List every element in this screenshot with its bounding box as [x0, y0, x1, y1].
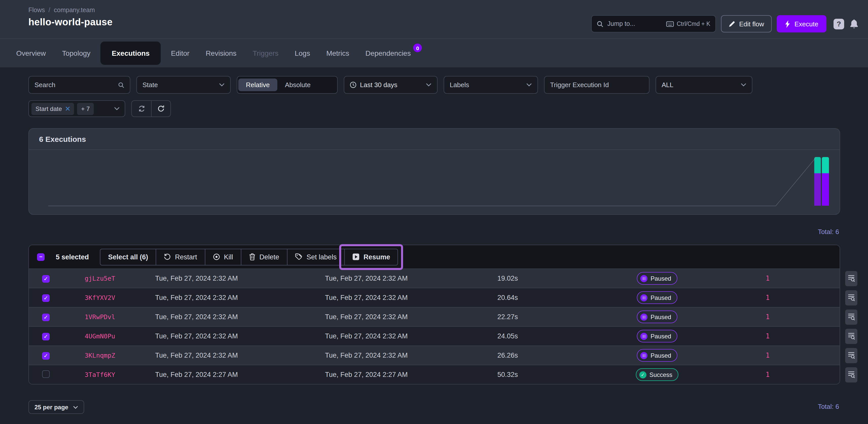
log-search-icon[interactable] — [845, 290, 857, 305]
tab-overview[interactable]: Overview — [10, 44, 52, 62]
end-date-cell: Tue, Feb 27, 2024 2:32 AM — [325, 294, 497, 301]
executions-table: 5 selected Select all (6) Restart Kill D… — [28, 245, 840, 385]
log-search-icon[interactable] — [845, 271, 857, 286]
row-checkbox[interactable] — [42, 294, 50, 302]
page-title: hello-world-pause — [28, 17, 113, 28]
tab-editor[interactable]: Editor — [165, 44, 195, 62]
state-badge: Paused — [637, 349, 677, 362]
tab-topology[interactable]: Topology — [56, 44, 97, 62]
execution-id-link[interactable]: 3KLnqmpZ — [61, 352, 155, 359]
tags-icon — [295, 253, 303, 260]
tab-revisions[interactable]: Revisions — [199, 44, 242, 62]
trigger-execution-id-field[interactable] — [544, 76, 649, 94]
chevron-down-icon — [741, 83, 746, 87]
absolute-toggle-option[interactable]: Absolute — [277, 78, 318, 91]
search-icon — [597, 21, 603, 27]
tab-metrics[interactable]: Metrics — [320, 44, 355, 62]
log-search-icon[interactable] — [845, 367, 857, 382]
tab-executions[interactable]: Executions — [101, 41, 161, 65]
search-input[interactable] — [34, 81, 118, 89]
table-body: gjLzu5eT Tue, Feb 27, 2024 2:32 AM Tue, … — [29, 268, 840, 384]
state-badge: Success — [636, 368, 679, 381]
duration-cell: 50.32s — [497, 371, 624, 379]
time-mode-toggle: Relative Absolute — [237, 76, 338, 94]
execution-id-link[interactable]: 3TaTf6KY — [61, 371, 155, 379]
bulk-buttons-group: Select all (6) Restart Kill Delete Set l… — [100, 249, 398, 265]
table-row: 3TaTf6KY Tue, Feb 27, 2024 2:27 AM Tue, … — [29, 365, 840, 384]
restart-button[interactable]: Restart — [156, 249, 205, 265]
log-search-icon[interactable] — [845, 309, 857, 324]
state-icon — [640, 275, 647, 282]
relative-toggle-option[interactable]: Relative — [238, 78, 277, 91]
chevron-down-icon — [219, 83, 225, 87]
active-filters-bar: Start date + 7 — [28, 100, 171, 117]
state-icon — [640, 313, 647, 320]
set-labels-button[interactable]: Set labels — [287, 249, 344, 265]
chevron-down-icon — [114, 107, 120, 110]
end-date-cell: Tue, Feb 27, 2024 2:27 AM — [325, 371, 497, 379]
chevron-down-icon — [426, 83, 431, 87]
refresh-button[interactable] — [151, 101, 170, 117]
labels-filter-dropdown[interactable]: Labels — [444, 76, 538, 94]
select-all-checkbox[interactable] — [37, 253, 44, 261]
bell-icon[interactable] — [849, 19, 859, 29]
tab-logs[interactable]: Logs — [288, 44, 316, 62]
execution-id-link[interactable]: gjLzu5eT — [61, 274, 155, 282]
execution-id-link[interactable]: 1VRwPDvl — [61, 313, 155, 321]
jump-to-search[interactable]: Jump to... Ctrl/Cmd + K — [591, 15, 716, 32]
start-date-chip[interactable]: Start date — [31, 103, 74, 115]
breadcrumb-flows[interactable]: Flows — [28, 7, 45, 14]
tab-dependencies[interactable]: Dependencies 0 — [359, 44, 417, 62]
row-checkbox[interactable] — [42, 332, 50, 340]
revision-count: 1 — [690, 313, 845, 321]
row-checkbox[interactable] — [42, 313, 50, 321]
resume-button[interactable]: Resume — [344, 249, 398, 265]
log-search-icon[interactable] — [845, 348, 857, 363]
total-count-top: Total: 6 — [818, 228, 839, 235]
row-checkbox[interactable] — [42, 275, 50, 283]
keyboard-icon — [666, 21, 674, 27]
execute-button[interactable]: Execute — [777, 15, 827, 32]
header-left: Flows / company.team hello-world-pause — [28, 5, 113, 38]
start-date-cell: Tue, Feb 27, 2024 2:32 AM — [155, 294, 325, 301]
state-badge: Paused — [637, 311, 677, 323]
start-date-cell: Tue, Feb 27, 2024 2:32 AM — [155, 313, 325, 321]
auto-refresh-button[interactable] — [132, 101, 151, 117]
row-checkbox[interactable] — [42, 370, 50, 378]
execution-id-link[interactable]: 3KfYXV2V — [61, 294, 155, 301]
dependencies-count-badge: 0 — [413, 43, 422, 52]
search-icon — [118, 82, 124, 88]
breadcrumb-namespace[interactable]: company.team — [54, 7, 95, 14]
duration-cell: 22.27s — [497, 313, 624, 321]
delete-button[interactable]: Delete — [241, 249, 287, 265]
column-filter-dropdown[interactable]: Start date + 7 — [28, 100, 125, 117]
select-all-button[interactable]: Select all (6) — [101, 249, 156, 265]
state-icon — [640, 332, 647, 340]
kill-icon — [213, 253, 220, 260]
table-row: 3KfYXV2V Tue, Feb 27, 2024 2:32 AM Tue, … — [29, 288, 840, 307]
edit-flow-button[interactable]: Edit flow — [721, 15, 772, 32]
trigger-execution-id-input[interactable] — [550, 81, 643, 89]
scope-dropdown[interactable]: ALL — [656, 76, 752, 94]
state-filter-dropdown[interactable]: State — [136, 76, 231, 94]
help-icon[interactable]: ? — [834, 19, 844, 29]
refresh-button-group — [131, 100, 171, 117]
close-icon[interactable] — [65, 106, 70, 111]
executions-count-title: 6 Executions — [29, 129, 840, 150]
log-search-icon[interactable] — [845, 328, 857, 344]
per-page-selector[interactable]: 25 per page — [28, 400, 84, 414]
jump-to-placeholder: Jump to... — [608, 20, 662, 27]
duration-cell: 24.05s — [497, 332, 624, 340]
resume-highlight-annotation: Resume — [344, 249, 398, 265]
end-date-cell: Tue, Feb 27, 2024 2:32 AM — [325, 352, 497, 359]
execution-id-link[interactable]: 4UGmN0Pu — [61, 332, 155, 340]
date-range-dropdown[interactable]: Last 30 days — [344, 76, 438, 94]
row-checkbox[interactable] — [42, 352, 50, 359]
more-filters-chip[interactable]: + 7 — [77, 103, 94, 115]
kill-button[interactable]: Kill — [205, 249, 241, 265]
mini-bar-chart — [29, 150, 840, 214]
autorenew-icon — [138, 105, 145, 112]
resume-icon — [352, 253, 360, 260]
search-field[interactable] — [28, 76, 130, 94]
end-date-cell: Tue, Feb 27, 2024 2:32 AM — [325, 274, 497, 282]
